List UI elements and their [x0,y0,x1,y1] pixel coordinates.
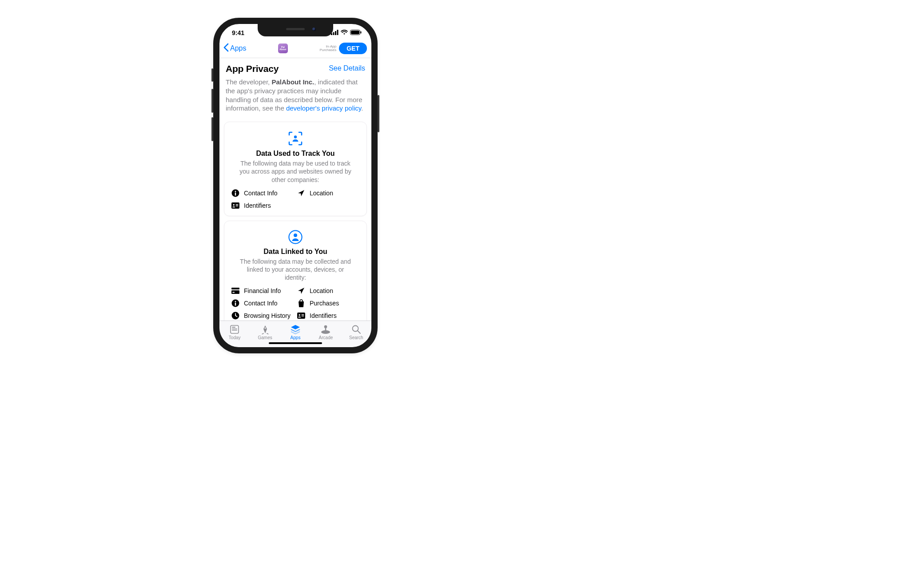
credit-card-icon [231,287,239,295]
data-item-location: Location [297,189,359,197]
privacy-description: The developer, PalAbout Inc., indicated … [219,76,371,117]
id-card-icon [297,312,305,320]
svg-rect-13 [236,204,239,205]
svg-rect-10 [235,192,236,195]
svg-point-21 [235,301,236,302]
status-time: 9:41 [232,29,244,36]
privacy-policy-link[interactable]: developer's privacy policy [286,104,361,112]
svg-point-32 [264,328,266,329]
svg-rect-1 [333,32,335,36]
back-label: Apps [230,44,246,52]
app-icon[interactable]: PalAbout [278,44,288,53]
chevron-left-icon [223,43,229,54]
screen: 9:41 Apps PalAbout [219,24,371,347]
svg-rect-5 [351,31,359,34]
wifi-icon [341,29,348,36]
tab-today[interactable]: Today [219,324,250,347]
data-item-contact-info: Contact Info [231,299,294,307]
privacy-card-track: Data Used to Track You The following dat… [224,122,367,216]
info-icon [231,299,239,307]
location-icon [297,189,305,197]
developer-name: PalAbout Inc. [271,78,314,86]
svg-rect-3 [337,30,339,35]
svg-rect-19 [232,292,235,293]
svg-point-12 [233,204,235,206]
info-icon [231,189,239,197]
svg-point-7 [294,135,297,138]
svg-point-25 [299,314,300,316]
content-scroll[interactable]: App Privacy See Details The developer, P… [219,58,371,321]
apps-icon [280,324,311,335]
arcade-icon [311,324,341,335]
today-icon [219,324,250,335]
data-item-identifiers: Identifiers [231,202,294,210]
see-details-link[interactable]: See Details [329,63,365,72]
svg-point-16 [294,234,297,237]
svg-rect-17 [231,288,239,289]
svg-rect-26 [302,314,304,315]
svg-rect-2 [335,31,336,35]
svg-rect-31 [232,330,237,331]
battery-icon [350,29,362,36]
search-icon [341,324,371,335]
notch [258,24,333,36]
side-button [378,95,379,132]
track-icon [231,131,359,146]
get-button[interactable]: GET [339,43,367,54]
location-icon [297,287,305,295]
card-description: The following data may be used to track … [231,158,359,189]
card-title: Data Linked to You [231,248,359,256]
svg-rect-11 [231,202,239,209]
svg-rect-22 [235,303,236,306]
phone-frame: 9:41 Apps PalAbout [213,18,378,353]
data-item-browsing: Browsing History [231,312,294,320]
shopping-bag-icon [297,299,305,307]
svg-rect-28 [231,325,239,333]
card-description: The following data may be collected and … [231,256,359,287]
svg-point-35 [324,325,327,329]
id-card-icon [231,202,239,210]
svg-rect-29 [232,327,235,328]
data-item-financial: Financial Info [231,287,294,295]
data-item-purchases: Purchases [297,299,359,307]
data-item-identifiers: Identifiers [297,312,359,320]
clock-icon [231,312,239,320]
data-item-location: Location [297,287,359,295]
nav-bar: Apps PalAbout In-App Purchases GET [219,42,371,58]
svg-point-9 [235,191,236,192]
section-title: App Privacy [226,63,279,74]
tab-search[interactable]: Search [341,324,371,347]
svg-rect-27 [302,316,304,317]
home-indicator[interactable] [269,342,322,344]
data-item-contact-info: Contact Info [231,189,294,197]
games-icon [250,324,280,335]
svg-rect-30 [232,329,237,329]
svg-rect-14 [236,206,239,206]
privacy-card-linked: Data Linked to You The following data ma… [224,221,367,321]
back-button[interactable]: Apps [223,43,246,54]
svg-rect-6 [361,32,362,34]
iap-label: In-App Purchases [319,45,336,52]
svg-rect-24 [297,313,305,319]
linked-icon [231,230,359,244]
card-title: Data Used to Track You [231,150,359,158]
